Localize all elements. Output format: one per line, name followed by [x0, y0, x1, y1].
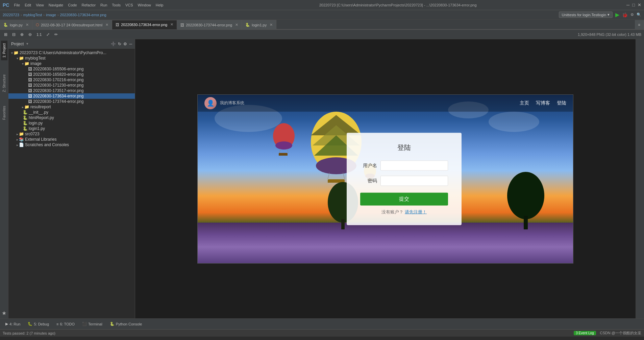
tree-item-login_py[interactable]: 🐍login.py	[8, 120, 135, 126]
menu-bar[interactable]: File Edit View Navigate Code Refactor Ru…	[12, 2, 165, 8]
svg-point-11	[275, 141, 292, 150]
breadcrumb-file[interactable]: 20220830-173634-error.png	[60, 13, 106, 17]
breadcrumb-image[interactable]: image	[46, 13, 56, 17]
search-everywhere-button[interactable]: 🔍	[637, 13, 641, 17]
table-view-button[interactable]: ⊟	[11, 31, 17, 38]
fit-window-button[interactable]: ⤢	[45, 31, 51, 38]
submit-button[interactable]: 提交	[360, 192, 448, 205]
register-link[interactable]: 请先注册！	[405, 209, 427, 214]
menu-edit[interactable]: Edit	[23, 2, 33, 8]
menu-code[interactable]: Code	[66, 2, 79, 8]
tree-item-login1_py[interactable]: 🐍login1.py	[8, 126, 135, 131]
menu-file[interactable]: File	[12, 2, 22, 8]
nav-login[interactable]: 登陆	[557, 100, 566, 106]
blog-nav-bar: 👤 我的博客系统 主页 写博客 登陆	[198, 95, 573, 112]
tree-item-htmlreport[interactable]: 🐍htmlReport.py	[8, 115, 135, 120]
blog-nav-links[interactable]: 主页 写博客 登陆	[520, 100, 566, 106]
tab-label-error-png-2: 20220830-173744-error.png	[186, 23, 232, 27]
chevron-down-icon[interactable]: ▾	[608, 13, 610, 17]
username-input[interactable]	[380, 160, 448, 171]
sidebar-tab-project[interactable]: 1: Project	[1, 41, 7, 60]
tab-error-png-1[interactable]: 🖼 20220830-173634-error.png ✕	[112, 20, 177, 29]
more-actions-button[interactable]: ⚙	[630, 13, 634, 17]
tree-label-file2: 20220830-165820-error.png	[33, 72, 83, 77]
tab-label-error-png-1: 20220830-173634-error.png	[121, 23, 167, 27]
tree-item-file6[interactable]: 🖼20220830-173634-error.png	[8, 93, 135, 99]
password-input[interactable]	[380, 176, 448, 186]
run-configuration[interactable]: Unittests for login.Testlogin ▾	[559, 12, 613, 18]
tab-close-login-py[interactable]: ✕	[26, 23, 29, 27]
zoom-out-button[interactable]: ⊖	[27, 31, 33, 38]
tree-item-src0723[interactable]: ▸📁src0723	[8, 131, 135, 137]
actual-size-button[interactable]: 1:1	[35, 32, 43, 37]
zoom-in-button[interactable]: ⊕	[19, 31, 25, 38]
username-label: 用户名	[360, 162, 377, 168]
tree-label-file3: 20220830-170216-error.png	[33, 77, 83, 82]
tree-item-init_py[interactable]: 🐍__init__.py	[8, 110, 135, 115]
menu-help[interactable]: Help	[154, 2, 166, 8]
tree-item-root[interactable]: ▾📁20220723 C:\Users\Administrator\Pychar…	[8, 50, 135, 55]
color-picker-button[interactable]: ✏	[53, 31, 59, 38]
sidebar-pin-icon[interactable]: ★	[0, 308, 8, 318]
tree-item-file4[interactable]: 🖼20220830-171230-error.png	[8, 83, 135, 88]
sidebar-tab-structure[interactable]: Z: Structure	[1, 72, 7, 95]
tree-item-file1[interactable]: 🖼20220830-165506-error.png	[8, 66, 135, 72]
svg-rect-3	[524, 216, 528, 229]
menu-tools[interactable]: Tools	[110, 2, 123, 8]
status-bar: Tests passed: 2 (7 minutes ago) 3 Event …	[0, 329, 644, 337]
breadcrumb-myblogtest[interactable]: myblogTest	[23, 13, 42, 17]
menu-run[interactable]: Run	[98, 2, 109, 8]
tab-close-error-png-2[interactable]: ✕	[235, 23, 238, 27]
right-sidebar-tabs	[636, 39, 644, 318]
add-file-icon[interactable]: ➕	[111, 42, 116, 46]
image-preview: 👤 我的博客系统 主页 写博客 登陆 登陆 用户名 密码	[197, 94, 573, 264]
collapse-icon[interactable]: ─	[129, 42, 132, 46]
debug-button[interactable]: 🐞	[622, 12, 628, 18]
tree-item-myblogtest[interactable]: ▾📁myblogTest	[8, 55, 135, 61]
close-button[interactable]: ✕	[638, 2, 641, 7]
nav-home[interactable]: 主页	[520, 100, 529, 106]
project-actions[interactable]: ➕ ↻ ⚙ ─	[111, 42, 132, 46]
settings-icon[interactable]: ⚙	[123, 42, 127, 46]
tab-login-py[interactable]: 🐍 login.py ✕	[0, 20, 32, 29]
breadcrumb-root[interactable]: 20220723	[3, 13, 19, 17]
tree-item-extlibs[interactable]: ▸📚External Libraries	[8, 137, 135, 142]
terminal-tab[interactable]: ⬛ Terminal	[79, 321, 105, 327]
tab-error-png-2[interactable]: 🖼 20220830-173744-error.png ✕	[177, 20, 242, 29]
python-console-tab[interactable]: 🐍 Python Console	[107, 321, 145, 327]
breadcrumb-bar: 20220723 › myblogTest › image › 20220830…	[0, 10, 644, 20]
tab-close-resultreport-html[interactable]: ✕	[105, 23, 108, 27]
grid-view-button[interactable]: ⊞	[3, 31, 9, 38]
menu-refactor[interactable]: Refactor	[80, 2, 98, 8]
menu-navigate[interactable]: Navigate	[47, 2, 65, 8]
tree-item-file7[interactable]: 🖼20220830-173744-error.png	[8, 99, 135, 104]
sidebar-tab-favorites[interactable]: Favorites	[1, 103, 7, 122]
project-tree[interactable]: ▾📁20220723 C:\Users\Administrator\Pychar…	[8, 49, 135, 318]
tree-label-file6: 20220830-173634-error.png	[33, 94, 83, 98]
csdn-link[interactable]: CSDN @一个很酷的女巫	[600, 331, 641, 336]
menu-window[interactable]: Window	[136, 2, 153, 8]
todo-tab[interactable]: ≡ 6: TODO	[54, 321, 77, 327]
minimize-button[interactable]: ─	[626, 2, 629, 7]
nav-write-blog[interactable]: 写博客	[536, 100, 550, 106]
run-tab[interactable]: ▶ 4: Run	[3, 321, 23, 327]
tree-item-scratches[interactable]: ▸📄Scratches and Consoles	[8, 142, 135, 148]
tab-login1-py[interactable]: 🐍 login1.py ✕	[242, 20, 276, 29]
tree-item-file3[interactable]: 🖼20220830-170216-error.png	[8, 77, 135, 83]
tab-close-login1-py[interactable]: ✕	[270, 23, 273, 27]
tab-recent-files[interactable]: ≡	[635, 20, 644, 29]
tab-close-error-png-1[interactable]: ✕	[170, 22, 173, 27]
sync-icon[interactable]: ↻	[118, 42, 121, 46]
menu-vcs[interactable]: VCS	[123, 2, 135, 8]
run-button[interactable]: ▶	[615, 12, 619, 18]
debug-tab[interactable]: 🐛 5: Debug	[25, 321, 52, 327]
menu-view[interactable]: View	[34, 2, 46, 8]
maximize-button[interactable]: □	[632, 2, 635, 7]
window-controls[interactable]: ─ □ ✕	[626, 2, 641, 7]
tab-resultreport-html[interactable]: ⬡ 2022-08-30-17 24 00resultreport.html ✕	[32, 20, 112, 29]
event-log-badge[interactable]: 3 Event Log	[574, 331, 596, 335]
tree-item-file5[interactable]: 🖼20220830-173517-error.png	[8, 88, 135, 93]
tree-item-resultreport[interactable]: ▸📁resultreport	[8, 104, 135, 110]
tree-item-file2[interactable]: 🖼20220830-165820-error.png	[8, 72, 135, 77]
tree-item-image[interactable]: ▾📁image	[8, 61, 135, 66]
